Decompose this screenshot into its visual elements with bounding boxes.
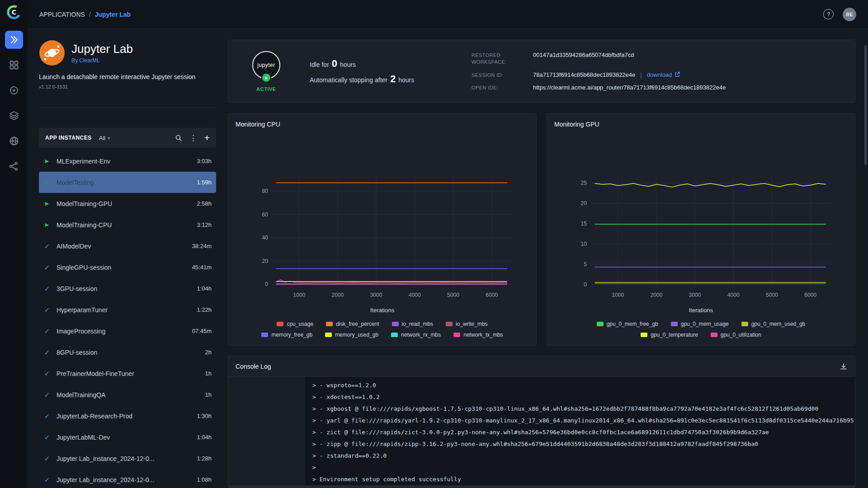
add-instance-button[interactable]: + [204,132,210,143]
legend-item[interactable]: network_rx_mbs [391,332,441,338]
nav-datasets[interactable] [5,107,23,125]
help-icon[interactable]: ? [823,9,834,19]
legend-item[interactable]: memory_used_gb [325,332,378,338]
legend-label: network_rx_mbs [401,332,441,338]
by-clearml-link[interactable]: By ClearML [71,57,100,64]
log-timestamp [228,438,305,450]
log-text: > - zipp @ file:///rapids/zipp-3.16.2-py… [305,438,758,450]
status-completed-icon: ✓ [43,306,51,314]
log-text: > - yarl @ file:///rapids/yarl-1.9.2-cp3… [305,415,855,427]
legend-label: memory_free_gb [271,332,312,338]
legend-swatch [711,333,717,337]
legend-item[interactable]: gpu_0_mem_free_gb [597,321,658,327]
list-item[interactable]: ✓PreTrainerModel-FineTuner1h [39,363,216,384]
log-timestamp: 2024-12-20 17:10:43 [228,485,305,488]
legend-label: cpu_usage [287,321,313,327]
list-item[interactable]: ▶ModelTraining-GPU2:58h [39,193,216,214]
open-ide-value[interactable]: https://clearml.acme.ai/app_router/78a71… [533,84,726,91]
idle-info: Idle for0hours Automatically stopping af… [310,54,450,89]
svg-text:0: 0 [265,281,268,287]
list-item[interactable]: ✓ImageProcessing07:45m [39,320,216,342]
console-log-body[interactable]: > - wsproto==1.2.0> - xdoctest==1.0.2> -… [228,377,855,488]
nav-pipelines[interactable] [5,157,23,175]
list-item[interactable]: ✓AIModelDev38:24m [39,235,216,257]
list-item[interactable]: ✓3GPU-session1:04h [39,278,216,299]
scrollbar-thumb[interactable] [864,45,867,165]
legend-label: gpu_0_mem_used_gb [751,321,805,327]
list-item[interactable]: ✓ModelTrainingQA1h [39,384,216,405]
autostop-post-text: hours [398,76,414,84]
nav-applications[interactable] [5,31,23,49]
legend-swatch [325,333,332,337]
svg-text:5000: 5000 [447,292,459,298]
search-icon[interactable] [175,134,182,141]
legend-item[interactable]: disk_free_percent [326,321,379,327]
list-item[interactable]: ✓Jupyter Lab_instance_2024-12-0...1:08h [39,469,216,488]
instance-time: 07:45m [192,328,212,334]
legend-item[interactable]: memory_free_gb [261,332,312,338]
status-running-icon: ▶ [43,158,51,164]
chevron-down-icon: ▾ [108,136,110,141]
svg-text:1000: 1000 [612,292,624,298]
list-item[interactable]: ✓SingleGPU-session45:41m [39,257,216,278]
monitoring-gpu-card: Monitoring GPU 1000200030004000500060000… [547,113,855,346]
pipelines-icon [9,161,19,172]
log-line: > - xdoctest==1.0.2 [228,391,855,403]
kebab-menu-icon[interactable]: ⋮ [189,133,197,142]
session-logo-block: jupyter ▶ ACTIVE [245,51,288,92]
legend-label: disk_free_percent [336,321,379,327]
list-item[interactable]: ▶ModelTraining-CPU3:12h [39,214,216,235]
instances-filter-dropdown[interactable]: All ▾ [99,135,110,141]
log-text: > Environment setup completed successful… [305,474,461,485]
status-running-icon: ▶ [43,179,51,185]
download-log-icon[interactable] [840,362,848,371]
cpu-chart-title: Monitoring CPU [236,121,529,128]
svg-text:4000: 4000 [727,292,740,298]
list-item[interactable]: ✓JupyterLab-Research-Prod1:30h [39,405,216,427]
legend-item[interactable]: gpu_0_temperature [641,332,698,338]
legend-item[interactable]: io_read_mbs [392,321,433,327]
list-item[interactable]: ▶ModelTesting1:59h [39,172,216,193]
legend-label: gpu_0_mem_free_gb [607,321,658,327]
list-item[interactable]: ✓HyperparamTuner1:22h [39,299,216,320]
instance-time: 45:41m [192,264,212,271]
svg-text:25: 25 [580,180,587,186]
nav-rail: C [0,0,28,488]
legend-item[interactable]: gpu_0_mem_usage [671,321,729,327]
svg-text:60: 60 [262,211,268,218]
breadcrumb-separator: / [89,11,91,18]
clearml-logo[interactable]: C [5,4,23,21]
list-item[interactable]: ✓8GPU-session2h [39,342,216,363]
legend-item[interactable]: gpu_0_mem_used_gb [741,321,805,327]
legend-item[interactable]: network_tx_mbs [453,332,503,338]
running-status-icon: ▶ [261,73,271,83]
avatar[interactable]: RE [843,8,856,21]
breadcrumb-applications[interactable]: APPLICATIONS [39,11,85,18]
status-completed-icon: ✓ [43,455,51,463]
idle-line: Idle for0hours [310,58,450,70]
nav-workers[interactable] [5,56,23,74]
legend-swatch [392,322,399,326]
list-item[interactable]: ✓Jupyter Lab_instance_2024-12-0...1:28h [39,448,216,469]
svg-text:4000: 4000 [409,292,421,298]
legend-item[interactable]: cpu_usage [277,321,313,327]
nav-projects[interactable] [5,81,23,99]
page-title: Jupyter Lab [71,42,133,56]
download-link[interactable]: download [647,71,680,78]
legend-item[interactable]: gpu_0_utilization [711,332,761,338]
legend-swatch [453,333,460,337]
log-line: > - zstandard==0.22.0 [228,450,855,462]
instance-name: MLExperiment-Env [57,158,191,165]
list-item[interactable]: ▶MLExperiment-Env3:03h [39,150,216,172]
instance-name: ModelTraining-GPU [57,200,191,207]
idle-hours-value: 0 [332,58,337,69]
svg-text:5000: 5000 [766,292,778,298]
app-root: C APPLICATIONS / Jupyter Lab [0,0,868,488]
legend-item[interactable]: io_write_mbs [446,321,488,327]
nav-reports[interactable] [5,132,23,150]
autostop-hours-value: 2 [390,73,396,84]
legend-swatch [446,322,453,326]
instance-time: 1:28h [197,455,212,462]
list-item[interactable]: ✓JupyterLabML-Dev1:04h [39,427,216,448]
legend-swatch [671,322,678,326]
